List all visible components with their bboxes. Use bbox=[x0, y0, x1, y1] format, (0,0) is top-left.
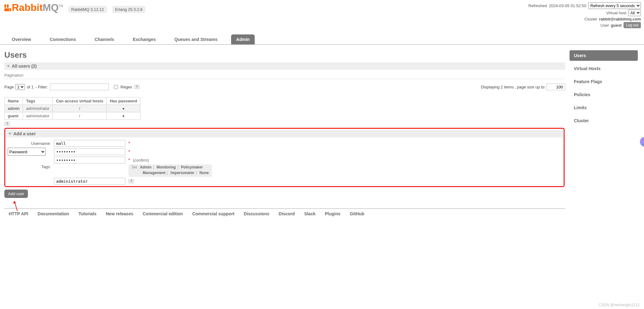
section-add-user-toggle[interactable]: Add a user bbox=[6, 130, 563, 137]
logout-button[interactable]: Log out bbox=[624, 22, 641, 28]
table-row[interactable]: guest administrator / ● bbox=[5, 112, 141, 120]
section-all-users-toggle[interactable]: All users (2) bbox=[4, 62, 565, 70]
tags-help-icon[interactable]: ? bbox=[128, 179, 134, 183]
nav-connections[interactable]: Connections bbox=[45, 34, 81, 44]
tags-set-label: Set bbox=[132, 165, 137, 169]
vhost-label: Virtual host bbox=[606, 11, 626, 15]
main-nav: Overview Connections Channels Exchanges … bbox=[0, 34, 644, 45]
cluster-label: Cluster bbox=[584, 17, 597, 21]
footer-discussions[interactable]: Discussions bbox=[244, 211, 269, 216]
col-name[interactable]: Name bbox=[5, 97, 23, 105]
chevron-down-icon bbox=[8, 133, 11, 135]
tag-link-policymaker[interactable]: Policymaker bbox=[181, 165, 203, 169]
page-select[interactable]: 1 bbox=[16, 84, 25, 90]
logo-block: RabbitMQTM RabbitMQ 3.12.12 Erlang 25.3.… bbox=[4, 2, 145, 13]
highlight-annotation: Add a user Username: * Password: * * bbox=[4, 128, 565, 187]
table-row[interactable]: admin administrator / ● bbox=[5, 105, 141, 112]
regex-help-icon[interactable]: ? bbox=[134, 85, 140, 89]
footer-tutorials[interactable]: Tutorials bbox=[78, 211, 96, 216]
tag-link-impersonator[interactable]: Impersonator bbox=[171, 171, 195, 175]
tag-link-none[interactable]: None bbox=[199, 171, 209, 175]
tags-label: Tags: bbox=[6, 164, 51, 169]
nav-exchanges[interactable]: Exchanges bbox=[128, 34, 161, 44]
footer-plugins[interactable]: Plugins bbox=[325, 211, 341, 216]
page-word: Page bbox=[4, 85, 14, 89]
chevron-down-icon bbox=[7, 65, 10, 67]
subnav-feature-flags[interactable]: Feature Flags bbox=[570, 76, 638, 87]
svg-marker-5 bbox=[13, 201, 16, 204]
user-name: guest bbox=[8, 114, 19, 118]
section-all-users-label: All users (2) bbox=[12, 64, 37, 69]
user-name: admin bbox=[8, 106, 20, 111]
col-password[interactable]: Has password bbox=[106, 97, 140, 105]
footer-commercial-edition[interactable]: Commercial edition bbox=[143, 211, 183, 216]
table-help-icon[interactable]: ? bbox=[4, 122, 10, 126]
nav-admin[interactable]: Admin bbox=[231, 34, 255, 44]
subnav-policies[interactable]: Policies bbox=[570, 89, 638, 100]
refresh-interval-select[interactable]: Refresh every 5 seconds bbox=[588, 2, 641, 9]
user-tags: administrator bbox=[23, 112, 53, 120]
tag-link-admin[interactable]: Admin bbox=[140, 165, 151, 169]
subnav-virtual-hosts[interactable]: Virtual Hosts bbox=[570, 63, 638, 74]
footer-new-releases[interactable]: New releases bbox=[106, 211, 133, 216]
password-confirm-input[interactable] bbox=[54, 157, 125, 163]
footer-documentation[interactable]: Documentation bbox=[38, 211, 69, 216]
tags-input[interactable] bbox=[54, 178, 125, 185]
filter-input[interactable] bbox=[50, 83, 109, 90]
regex-label: Regex bbox=[121, 85, 132, 89]
arrow-annotation-icon bbox=[13, 199, 19, 212]
divider bbox=[4, 79, 565, 79]
svg-rect-0 bbox=[4, 4, 6, 8]
of-pages: of 1 bbox=[27, 85, 34, 89]
logo: RabbitMQTM bbox=[4, 2, 63, 13]
nav-channels[interactable]: Channels bbox=[90, 34, 119, 44]
nav-overview[interactable]: Overview bbox=[7, 34, 36, 44]
required-star: * bbox=[128, 150, 130, 154]
vhost-select[interactable]: All bbox=[628, 10, 641, 16]
subnav-users[interactable]: Users bbox=[570, 50, 638, 61]
page-size-input[interactable] bbox=[547, 83, 565, 90]
footer-http-api[interactable]: HTTP API bbox=[9, 211, 28, 216]
refreshed-label: Refreshed bbox=[528, 3, 547, 8]
add-user-button[interactable]: Add user bbox=[4, 190, 28, 198]
username-label: Username: bbox=[6, 141, 51, 146]
svg-rect-1 bbox=[7, 4, 9, 8]
regex-checkbox[interactable] bbox=[114, 85, 118, 89]
cluster-name: rabbit@rabbitmq.com bbox=[599, 17, 641, 21]
required-star: * bbox=[128, 158, 130, 162]
nav-queues[interactable]: Queues and Streams bbox=[169, 34, 222, 44]
col-vhosts[interactable]: Can access virtual hosts bbox=[53, 97, 106, 105]
table-header-row: Name Tags Can access virtual hosts Has p… bbox=[5, 97, 141, 105]
confirm-hint: (confirm) bbox=[133, 158, 149, 163]
password-type-select[interactable]: Password: bbox=[8, 148, 46, 156]
version-erlang: Erlang 25.3.2.8 bbox=[112, 6, 145, 13]
footer-discord[interactable]: Discord bbox=[279, 211, 295, 216]
user-vhosts: / bbox=[53, 105, 106, 112]
logo-text-rabbit: Rabbit bbox=[12, 2, 43, 13]
tags-shortcuts: Set Admin| Monitoring| Policymaker Manag… bbox=[128, 164, 212, 177]
footer-github[interactable]: GitHub bbox=[350, 211, 364, 216]
footer-slack[interactable]: Slack bbox=[304, 211, 315, 216]
tag-link-monitoring[interactable]: Monitoring bbox=[157, 165, 176, 169]
username-input[interactable] bbox=[54, 140, 125, 147]
tag-link-management[interactable]: Management bbox=[143, 171, 165, 175]
user-label: User bbox=[601, 23, 609, 28]
footer-commercial-support[interactable]: Commercial support bbox=[192, 211, 235, 216]
top-right-info: Refreshed 2024-03-05 01:52:50 Refresh ev… bbox=[528, 2, 641, 29]
col-tags[interactable]: Tags bbox=[23, 97, 53, 105]
subnav-limits[interactable]: Limits bbox=[570, 102, 638, 113]
password-input[interactable] bbox=[54, 148, 125, 155]
subnav-cluster[interactable]: Cluster bbox=[570, 115, 638, 126]
rabbit-logo-icon bbox=[4, 2, 11, 10]
refreshed-time: 2024-03-05 01:52:50 bbox=[549, 3, 586, 8]
section-add-user-label: Add a user bbox=[13, 131, 36, 136]
displaying-label: Displaying 2 items , page size up to: bbox=[481, 85, 545, 89]
svg-rect-2 bbox=[4, 8, 11, 11]
pagination-label: Pagination bbox=[4, 73, 565, 78]
user-password: ● bbox=[106, 105, 140, 112]
admin-subnav: Users Virtual Hosts Feature Flags Polici… bbox=[570, 50, 638, 126]
users-table: Name Tags Can access virtual hosts Has p… bbox=[4, 97, 141, 120]
current-user: guest bbox=[611, 23, 622, 28]
logo-text-mq: MQ bbox=[43, 2, 59, 13]
user-tags: administrator bbox=[23, 105, 53, 112]
